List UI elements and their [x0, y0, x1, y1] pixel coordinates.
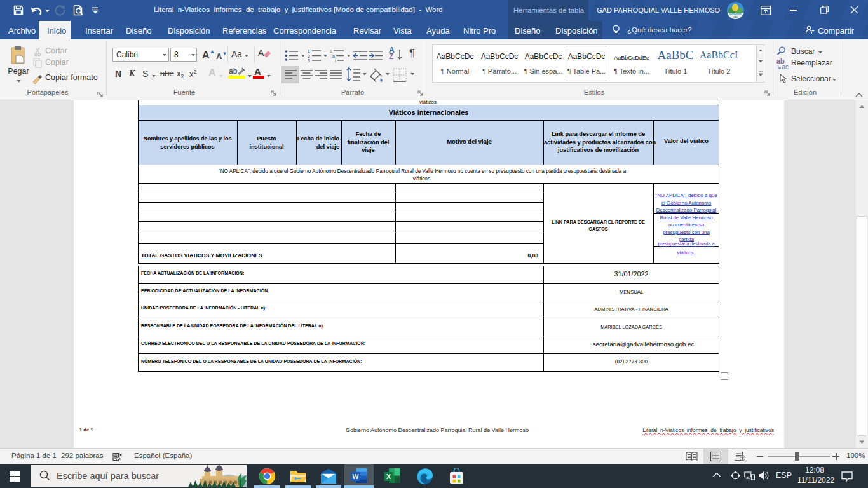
svg-text:2: 2 — [308, 54, 310, 58]
svg-text:GAD: GAD — [733, 15, 738, 18]
svg-text:W: W — [353, 473, 359, 480]
svg-text:3: 3 — [308, 58, 310, 62]
svg-text:1: 1 — [308, 49, 310, 53]
svg-text:i: i — [335, 58, 336, 62]
svg-text:X: X — [386, 473, 391, 480]
svg-text:a: a — [332, 54, 335, 58]
svg-text:1: 1 — [330, 49, 332, 53]
